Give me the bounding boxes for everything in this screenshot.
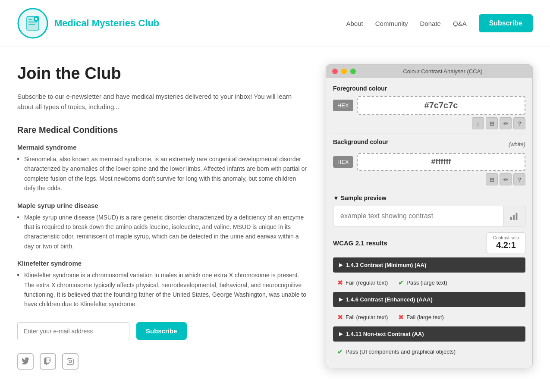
subscribe-row: Subscribe <box>17 322 308 340</box>
subscribe-button[interactable]: Subscribe <box>136 322 187 340</box>
fg-sliders-icon[interactable]: ⊞ <box>486 117 498 129</box>
logo-area: Medical Mysteries Club <box>17 8 159 39</box>
bg-help-icon[interactable]: ? <box>513 173 525 185</box>
fg-row: HEX <box>333 96 525 115</box>
result-143-large: ✔ Pass (large text) <box>398 279 447 287</box>
section-title: Rare Medical Conditions <box>17 125 308 135</box>
bg-icon-row: ⊞ ✏ ? <box>333 173 525 185</box>
fg-format-select[interactable]: HEX <box>333 100 353 111</box>
result-146-regular-label: Fail (regular text) <box>346 314 388 320</box>
condition-text-3: Klinefelter syndrome is a chromosomal va… <box>17 270 308 309</box>
result-1411-ui-label: Pass (UI components and graphical object… <box>346 348 456 355</box>
svg-rect-4 <box>28 24 35 25</box>
social-row <box>17 353 308 370</box>
condition-klinefelter: Klinefelter syndrome Klinefelter syndrom… <box>17 260 308 309</box>
fg-icon-row: ↕ ⊞ ✏ ? <box>333 117 525 129</box>
result-146-arrow: ▶ <box>339 297 343 302</box>
bg-format-select[interactable]: HEX <box>333 156 353 168</box>
nav-community[interactable]: Community <box>375 20 408 27</box>
logo-icon <box>17 8 48 39</box>
result-146-label: 1.4.6 Contrast (Enhanced) (AAA) <box>346 296 433 303</box>
result-143-label: 1.4.3 Contrast (Minimum) (AA) <box>346 262 426 268</box>
nav-donate[interactable]: Donate <box>420 20 441 27</box>
preview-chart-button[interactable] <box>503 206 525 226</box>
header-subscribe-button[interactable]: Subscribe <box>479 14 533 32</box>
cca-body: Foreground colour HEX ↕ ⊞ ✏ ? Background <box>326 78 532 368</box>
bg-label: Background colour <box>333 138 388 145</box>
svg-rect-9 <box>513 215 515 220</box>
contrast-ratio-label: Contrast ratio <box>493 235 519 240</box>
result-143-large-label: Pass (large text) <box>406 279 447 286</box>
result-1411-row: ✔ Pass (UI components and graphical obje… <box>333 345 525 361</box>
intro-text: Subscribe to our e-newsletter and have m… <box>17 91 308 112</box>
svg-rect-10 <box>516 213 518 220</box>
condition-text-2: Maple syrup urine disease (MSUD) is a ra… <box>17 213 308 251</box>
result-146-large: ✖ Fail (large text) <box>398 313 444 321</box>
main-content: Join the Club Subscribe to our e-newslet… <box>0 47 550 378</box>
email-input[interactable] <box>17 322 129 340</box>
cca-title: Colour Contrast Analyser (CCA) <box>359 68 526 75</box>
condition-title-1: Mermaid syndrome <box>17 144 308 151</box>
fail-icon-143-regular: ✖ <box>337 279 343 287</box>
bg-eyedropper-icon[interactable]: ✏ <box>500 173 512 185</box>
result-143-button[interactable]: ▶ 1.4.3 Contrast (Minimum) (AA) <box>333 257 525 273</box>
bg-row: HEX <box>333 153 525 171</box>
condition-title-3: Klinefelter syndrome <box>17 260 308 267</box>
result-1411-button[interactable]: ▶ 1.4.11 Non-text Contrast (AA) <box>333 326 525 342</box>
nav-qa[interactable]: Q&A <box>453 20 467 27</box>
svg-rect-3 <box>28 22 37 22</box>
result-146-row: ✖ Fail (regular text) ✖ Fail (large text… <box>333 310 525 326</box>
result-146-regular: ✖ Fail (regular text) <box>337 313 388 321</box>
svg-rect-7 <box>35 19 38 19</box>
instagram-icon[interactable] <box>62 353 79 370</box>
cca-panel: Colour Contrast Analyser (CCA) Foregroun… <box>326 64 533 370</box>
fg-eyedropper-icon[interactable]: ✏ <box>500 117 512 129</box>
cca-dot-red[interactable] <box>332 69 338 74</box>
svg-rect-8 <box>510 217 512 220</box>
bg-label-row: Background colour (white) <box>333 138 525 150</box>
result-143-regular: ✖ Fail (regular text) <box>337 279 388 287</box>
twitch-icon[interactable] <box>40 353 56 370</box>
bg-white-label: (white) <box>509 141 525 147</box>
result-143-arrow: ▶ <box>339 262 343 268</box>
result-143-row: ✖ Fail (regular text) ✔ Pass (large text… <box>333 276 525 292</box>
contrast-ratio-box: Contrast ratio 4.2:1 <box>487 232 525 253</box>
twitter-icon[interactable] <box>17 353 34 370</box>
wcag-label: WCAG 2.1 results <box>333 239 387 247</box>
pass-icon-143-large: ✔ <box>398 279 404 287</box>
result-1411-ui: ✔ Pass (UI components and graphical obje… <box>337 348 456 356</box>
svg-rect-2 <box>28 19 32 20</box>
condition-maple: Maple syrup urine disease Maple syrup ur… <box>17 202 308 251</box>
condition-text-1: Sirenomelia, also known as mermaid syndr… <box>17 154 308 193</box>
cca-dot-green[interactable] <box>350 69 356 74</box>
preview-box: example text showing contrast <box>333 206 525 226</box>
fg-help-icon[interactable]: ? <box>513 117 525 129</box>
condition-title-2: Maple syrup urine disease <box>17 202 308 209</box>
preview-label: ▼ Sample preview <box>333 194 525 201</box>
result-1411-arrow: ▶ <box>339 331 343 337</box>
fg-value-input[interactable] <box>357 96 525 115</box>
fg-sort-icon[interactable]: ↕ <box>472 117 484 129</box>
fail-icon-146-regular: ✖ <box>337 313 343 321</box>
bg-sliders-icon[interactable]: ⊞ <box>486 173 498 185</box>
condition-mermaid: Mermaid syndrome Sirenomelia, also known… <box>17 144 308 193</box>
wcag-row: WCAG 2.1 results Contrast ratio 4.2:1 <box>333 232 525 253</box>
fg-label: Foreground colour <box>333 85 525 92</box>
bg-value-input[interactable] <box>357 153 525 171</box>
cca-window: Colour Contrast Analyser (CCA) Foregroun… <box>326 64 533 368</box>
fg-divider <box>333 134 525 134</box>
result-1411-label: 1.4.11 Non-text Contrast (AA) <box>346 331 424 337</box>
fail-icon-146-large: ✖ <box>398 313 404 321</box>
cca-dot-yellow[interactable] <box>341 69 347 74</box>
site-title: Medical Mysteries Club <box>54 18 159 29</box>
bg-divider <box>333 190 525 190</box>
preview-text: example text showing contrast <box>333 206 503 226</box>
result-146-large-label: Fail (large text) <box>406 314 444 320</box>
pass-icon-1411-ui: ✔ <box>337 348 343 356</box>
contrast-ratio-value: 4.2:1 <box>493 240 519 250</box>
content-area: Join the Club Subscribe to our e-newslet… <box>17 64 308 370</box>
nav-about[interactable]: About <box>346 20 363 27</box>
main-nav: About Community Donate Q&A Subscribe <box>346 14 533 32</box>
header: Medical Mysteries Club About Community D… <box>0 0 550 47</box>
result-146-button[interactable]: ▶ 1.4.6 Contrast (Enhanced) (AAA) <box>333 292 525 307</box>
